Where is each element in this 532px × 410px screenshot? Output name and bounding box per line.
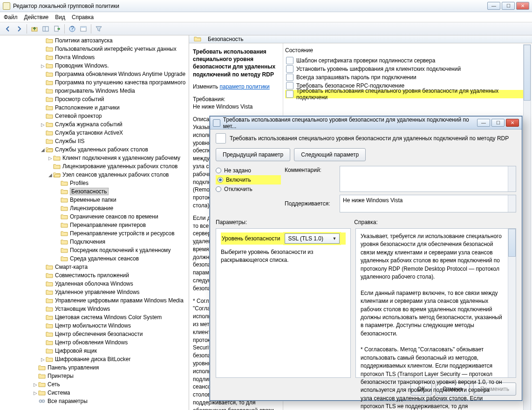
- tree-item[interactable]: Почта Windows: [3, 53, 189, 62]
- tree-item[interactable]: Среда удаленных сеансов: [3, 254, 189, 263]
- params-label: Параметры:: [216, 219, 247, 226]
- maximize-button[interactable]: ☐: [502, 2, 515, 10]
- folder-icon: [46, 138, 53, 144]
- export-list-icon[interactable]: [52, 24, 62, 34]
- tree-item[interactable]: Программа по улучшению качества программ…: [3, 78, 189, 87]
- folder-icon: [46, 121, 53, 128]
- folder-icon: [46, 46, 53, 52]
- menu-action[interactable]: Действие: [24, 14, 49, 20]
- radio-not-configured[interactable]: Не задано: [216, 166, 281, 175]
- comment-label: Комментарий:: [285, 167, 336, 173]
- tree-item[interactable]: ◢Службы удаленных рабочих столов: [3, 145, 189, 154]
- comment-textarea[interactable]: [340, 166, 516, 192]
- gears-icon: [38, 398, 46, 404]
- folder-icon: [38, 390, 46, 396]
- scrollbar[interactable]: [523, 44, 531, 410]
- folder-icon: [61, 247, 68, 253]
- tree-item[interactable]: Лицензирование: [3, 204, 189, 212]
- tree-item[interactable]: ▷Проводник Windows.: [3, 62, 189, 70]
- dialog-minimize-button[interactable]: —: [477, 119, 490, 127]
- tree-item[interactable]: Управление цифровыми правами Windows Med…: [3, 296, 189, 305]
- tree-item[interactable]: Центр обеспечения безопасности: [3, 330, 189, 338]
- close-button[interactable]: ✕: [516, 2, 529, 10]
- tree-item[interactable]: Лицензирование удаленных рабочих столов: [3, 162, 189, 171]
- tree-item[interactable]: Все параметры: [3, 397, 189, 405]
- tree-item[interactable]: Profiles: [3, 179, 189, 187]
- tree-item[interactable]: Сетевой проектор: [3, 112, 189, 120]
- tree-item[interactable]: Безопасность: [3, 187, 189, 196]
- security-level-combo[interactable]: SSL (TLS 1.0) ▼: [285, 233, 340, 244]
- menu-file[interactable]: Файл: [4, 14, 18, 20]
- security-level-hint: Выберите уровень безопасности из раскрыв…: [221, 248, 346, 264]
- tree-item[interactable]: ▷Сеть: [3, 380, 189, 389]
- tree-item[interactable]: Пользовательский интерфейс учетных данны…: [3, 45, 189, 53]
- tree-item[interactable]: Панель управления: [3, 363, 189, 372]
- folder-icon: [61, 230, 68, 237]
- tree-item[interactable]: Служба установки ActiveX: [3, 129, 189, 137]
- tree-item[interactable]: Цифровой ящик: [3, 347, 189, 355]
- tree-item[interactable]: ▷Шифрование диска BitLocker: [3, 355, 189, 363]
- folder-icon: [46, 130, 53, 136]
- setting-item[interactable]: Шаблон сертификата проверки подлинности …: [285, 56, 530, 65]
- dialog-close-button[interactable]: ✕: [506, 119, 519, 127]
- detail-header: Безопасность: [189, 35, 532, 43]
- setting-item[interactable]: Всегда запрашивать пароль при подключени…: [285, 73, 530, 82]
- tree-item[interactable]: Удаленная оболочка Windows: [3, 280, 189, 288]
- tree-item[interactable]: Перенаправление устройств и ресурсов: [3, 229, 189, 238]
- edit-policy-link[interactable]: параметр политики: [219, 83, 269, 90]
- props-icon[interactable]: [78, 24, 89, 34]
- radio-enabled[interactable]: Включить: [216, 175, 281, 184]
- setting-item[interactable]: Установить уровень шифрования для клиент…: [285, 65, 530, 73]
- show-hide-tree-icon[interactable]: [41, 24, 51, 34]
- folder-icon: [46, 339, 53, 346]
- security-level-label: Уровень безопасности: [222, 235, 280, 242]
- folder-icon: [46, 331, 53, 337]
- tree-item[interactable]: Временные папки: [3, 196, 189, 204]
- tree-item[interactable]: Установщик Windows: [3, 305, 189, 313]
- nav-forward-icon[interactable]: [14, 24, 24, 34]
- tree-item[interactable]: Перенаправление принтеров: [3, 221, 189, 229]
- setting-item[interactable]: Требовать использования специального уро…: [285, 90, 530, 98]
- radio-disabled[interactable]: Отключить: [216, 184, 281, 194]
- tree-item[interactable]: ▷Система: [3, 389, 189, 397]
- svg-rect-7: [81, 27, 86, 28]
- tree-pane[interactable]: Политики автозапускаПользовательский инт…: [0, 35, 189, 410]
- tree-item[interactable]: Посредник подключений к удаленному: [3, 246, 189, 254]
- tree-item[interactable]: Принтеры: [3, 372, 189, 380]
- tree-item[interactable]: Удаленное управление Windows: [3, 288, 189, 296]
- tree-item[interactable]: Программа обновления Windows Anytime Upg…: [3, 70, 189, 78]
- tree-item[interactable]: Цветовая система Windows Color System: [3, 313, 189, 321]
- tree-item[interactable]: Смарт-карта: [3, 263, 189, 271]
- up-folder-icon[interactable]: [29, 24, 40, 34]
- setting-icon: [286, 57, 293, 64]
- tree-item[interactable]: Совместимость приложений: [3, 271, 189, 280]
- folder-icon: [46, 272, 53, 279]
- filter-icon[interactable]: [94, 24, 104, 34]
- nav-back-icon[interactable]: [3, 24, 13, 34]
- prev-setting-button[interactable]: Предыдущий параметр: [216, 148, 290, 161]
- window-title: Редактор локальной групповой политики: [13, 3, 119, 9]
- tree-item[interactable]: Службы IIS: [3, 137, 189, 145]
- menu-help[interactable]: Справка: [72, 14, 94, 20]
- help-scrollbar[interactable]: [508, 229, 516, 377]
- menu-view[interactable]: Вид: [55, 14, 65, 20]
- tree-item[interactable]: Центр мобильности Windows: [3, 321, 189, 330]
- tree-item[interactable]: Политики автозапуска: [3, 36, 189, 45]
- tree-item[interactable]: Просмотр событий: [3, 95, 189, 103]
- folder-icon: [61, 197, 68, 203]
- tree-item[interactable]: ◢Узел сеансов удаленных рабочих столов: [3, 171, 189, 179]
- tree-item[interactable]: Ограничение сеансов по времени: [3, 212, 189, 221]
- state-column-header[interactable]: Состояние: [285, 47, 530, 54]
- next-setting-button[interactable]: Следующий параметр: [294, 148, 366, 161]
- tree-item[interactable]: Центр обновления Windows: [3, 338, 189, 347]
- folder-icon: [46, 71, 53, 77]
- minimize-button[interactable]: —: [487, 2, 500, 10]
- dialog-maximize-button[interactable]: ☐: [491, 119, 505, 127]
- tree-item[interactable]: ▷Служба журнала событий: [3, 120, 189, 129]
- tree-item[interactable]: Подключения: [3, 238, 189, 246]
- tree-item[interactable]: ▷Клиент подключения к удаленному рабочем…: [3, 154, 189, 162]
- tree-item[interactable]: проигрыватель Windows Media: [3, 87, 189, 95]
- tree-item[interactable]: Расположение и датчики: [3, 103, 189, 112]
- dialog-titlebar[interactable]: Требовать использования специального уро…: [210, 116, 522, 130]
- help-icon[interactable]: ?: [67, 24, 77, 34]
